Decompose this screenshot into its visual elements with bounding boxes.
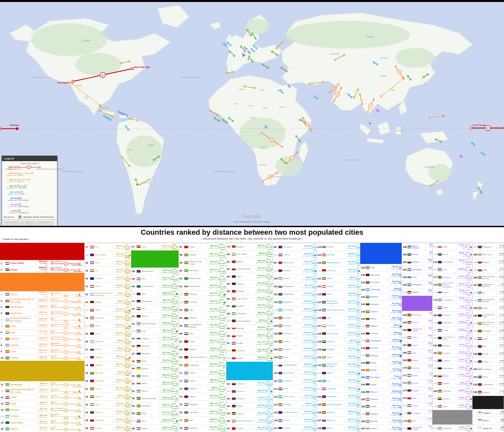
city-b-label: Bitola xyxy=(357,406,359,408)
city-a-label: Victoria xyxy=(466,388,470,390)
table-row: 155Jordan65.1 kmor 40.5 miAmmanIrbid xyxy=(360,403,402,410)
rank-number: 152 xyxy=(361,383,366,386)
country-name: Slovenia xyxy=(327,419,345,421)
city-a-label: Baghdad xyxy=(171,306,176,308)
city-b-label: Thessaloniki xyxy=(220,375,225,377)
city-diagram: RigaDaugavpils xyxy=(313,354,316,361)
city-a-label: Asmara xyxy=(400,359,401,361)
legend-row-range: # 11~37 xyxy=(18,181,23,183)
table-row: (177)Chile18.8 kmor 11.7 miSantiagoPuent… xyxy=(432,266,472,273)
country-flag-icon xyxy=(407,412,411,415)
rank-number: 183 xyxy=(433,375,438,378)
city-diagram: KingstonPortmore xyxy=(466,395,472,402)
city-b-label: Birmingham xyxy=(313,414,316,416)
city-a-label: Jakarta xyxy=(125,314,129,316)
city-diagram: ConakryNzérékoré31 xyxy=(124,385,130,393)
rank-number: 13 xyxy=(1,402,5,405)
city-diagram: BamakoSikasso xyxy=(219,417,225,424)
distance-value: 233.3 kmor 145.0 mi xyxy=(301,245,313,249)
country-name: Palau xyxy=(483,307,496,309)
country-name: Iraq xyxy=(141,308,159,310)
table-row: 175Benin27.5 kmor 17.1 miCotonouPorto-No… xyxy=(402,417,432,424)
country-name: Thailand xyxy=(283,270,301,272)
city-diagram: MogadishuBosaso8 xyxy=(48,342,84,348)
rank-badge: 26 xyxy=(125,340,130,344)
city-diagram: BaghdadMosul xyxy=(171,417,178,424)
table-row: 42Iraq450.5 kmor 279.9 miBaghdadBasra xyxy=(131,305,178,313)
city-b-label: Kitwe xyxy=(268,248,272,250)
country-name: Haiti xyxy=(327,317,345,319)
table-row: 113Sierra Leone172.9 kmor 107.4 miFreeto… xyxy=(273,393,316,400)
distance-value: 3286.8 kmor 2042.3 mi xyxy=(36,266,48,272)
city-diagram: AlgiersOran xyxy=(171,425,178,432)
country-flag-icon xyxy=(407,359,411,362)
city-b-label: Ali Sabieh xyxy=(400,393,401,395)
table-row: 191San Marino4.7 kmor 2.9 miDoganaBorgo … xyxy=(472,365,504,373)
table-row: 111Honduras178.3 kmor 110.8 miTegucigalp… xyxy=(273,377,316,385)
country-flag-icon xyxy=(438,306,442,309)
svg-text:3: 3 xyxy=(271,139,273,141)
table-row: (176)Trinidad and Tobago27.2 kmor 16.9 m… xyxy=(402,424,432,432)
table-row: 188Palau6.8 kmor 4.2 miKororAirai xyxy=(472,304,504,312)
country-flag-icon xyxy=(136,300,141,303)
distance-value: 19.7 kmor 12.2 mi xyxy=(456,259,466,265)
country-flag-icon xyxy=(366,295,370,298)
country-flag-icon xyxy=(366,325,370,328)
rank-number: 188 xyxy=(473,307,478,310)
city-b-label: Aden xyxy=(221,382,225,384)
country-name: Netherlands xyxy=(412,269,426,270)
city-diagram: KyivKharkiv xyxy=(171,365,178,372)
table-row: 170Dominica31.2 kmor 19.4 miRoseauPortsm… xyxy=(402,364,432,372)
table-row: 63Togo317.3 kmor 197.2 miLoméSokodé xyxy=(179,306,226,314)
country-name: Guyana xyxy=(370,311,388,313)
city-a-label: Kuala Lumpur xyxy=(219,425,224,427)
country-name: Russia xyxy=(95,348,113,351)
distance-value: 136.7 kmor 85.0 mi xyxy=(345,308,356,313)
country-name: Czech Republic xyxy=(283,364,301,366)
distance-value: 546 kmor 339.3 mi xyxy=(113,394,124,399)
city-a-label: Asmara xyxy=(466,251,470,253)
table-row: 101Madagascar215.7 kmor 134.0 miAntanana… xyxy=(273,282,316,290)
city-b-label: Shanghai xyxy=(74,327,82,329)
table-row: 19Iran737.4 kmor 458.2 miTehranMashhad19 xyxy=(85,267,131,274)
rank-number: (175) xyxy=(403,405,407,407)
distance-value: 18.7 kmor 11.6 mi xyxy=(456,275,466,280)
country-flag-icon xyxy=(438,397,442,400)
table-row: (134)Indonesia116.6 kmor 72.5 miJakartaB… xyxy=(317,385,360,393)
rank-number: 43 xyxy=(132,315,136,318)
country-flag-icon xyxy=(90,348,94,351)
country-name: Kuwait xyxy=(412,375,426,377)
distance-value: 33.9 kmor 21.1 mi xyxy=(426,342,432,348)
legend-row: <10 kmor <6.2 mi# 182(185)~194 xyxy=(4,209,55,214)
rank-number: (184) xyxy=(433,382,438,384)
country-name: Comoros xyxy=(327,325,345,327)
rank-number: 45 xyxy=(132,337,136,340)
table-row: 58Ethiopia347.1 kmor 215.7 miAddis Ababa… xyxy=(179,251,226,259)
city-b-label: Kraków xyxy=(267,359,272,361)
rank-badge: 10 xyxy=(64,356,68,360)
distance-value: 205.6 kmor 127.8 mi xyxy=(301,308,313,313)
country-flag-icon xyxy=(232,349,236,352)
country-flag-icon xyxy=(232,268,236,270)
distance-value: 62.1 kmor 38.6 mi xyxy=(388,426,400,431)
city-b-label: Tampere xyxy=(357,248,359,250)
distance-value: 713.7 kmor 443.5 mi xyxy=(113,276,124,281)
city-diagram: BridgetownSpeightstown xyxy=(466,274,472,281)
distance-value: 1067.3 kmor 663.2 mi xyxy=(36,349,48,354)
rank-number: 18 xyxy=(85,261,90,264)
city-b-label: Touba xyxy=(313,406,316,408)
rank-number: 164 xyxy=(403,313,407,316)
country-flag-icon xyxy=(90,387,94,390)
table-row: 16Nigeria835.1 kmor 518.9 miLagosKano16 xyxy=(0,426,84,432)
distance-value: 72 kmor 44.7 mi xyxy=(388,375,400,380)
table-row: 128South Sudan132.1 kmor 82.1 miJubaYei xyxy=(317,330,360,337)
city-diagram: BucharestIași xyxy=(219,298,225,306)
legend-row-label: 500+ kmor 310.7+ mi xyxy=(4,179,18,183)
distance-value: 165.3 kmor 102.7 mi xyxy=(301,426,313,431)
country-flag-icon xyxy=(438,405,442,408)
country-flag-icon xyxy=(407,261,411,264)
table-row: 39Italy477.4 kmor 296.6 miMilanRome xyxy=(131,275,178,283)
city-b-label: Alajuela xyxy=(467,324,471,326)
country-flag-icon xyxy=(184,269,188,272)
city-diagram: TallinnTartu xyxy=(313,424,316,432)
